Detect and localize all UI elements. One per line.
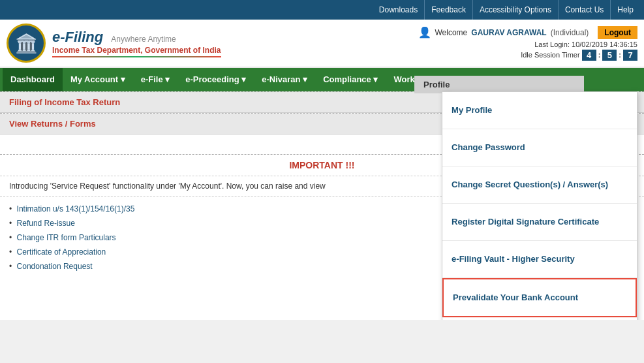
- top-utility-bar: Downloads Feedback Accessibility Options…: [0, 0, 644, 20]
- last-login-label: Last Login:: [534, 40, 570, 48]
- menu-prevalidate-demat[interactable]: Prevalidate Your Demat Account: [442, 317, 637, 320]
- brand-text: e-Filing Anywhere Anytime Income Tax Dep…: [52, 29, 221, 57]
- user-icon: 👤: [418, 26, 431, 39]
- bullet5: •: [9, 262, 12, 271]
- nav-my-account[interactable]: My Account ▾: [63, 68, 133, 91]
- brand-subtitle: Income Tax Department, Government of Ind…: [52, 46, 221, 55]
- welcome-label: Welcome: [435, 28, 468, 37]
- feedback-link[interactable]: Feedback: [425, 0, 473, 20]
- nav-compliance[interactable]: Compliance ▾: [315, 68, 386, 91]
- last-login-info: Last Login: 10/02/2019 14:36:15: [418, 40, 638, 48]
- important-text: IMPORTANT !!!: [289, 160, 354, 170]
- downloads-link[interactable]: Downloads: [373, 0, 425, 20]
- filing-section-title: Filing of Income Tax Return: [9, 97, 120, 107]
- menu-register-dsc[interactable]: Register Digital Signature Certificate: [442, 204, 637, 241]
- user-info: 👤 Welcome GAURAV AGRAWAL (Individual) Lo…: [418, 26, 638, 61]
- user-type: (Individual): [551, 28, 589, 37]
- site-header: 🏛️ e-Filing Anywhere Anytime Income Tax …: [0, 20, 644, 68]
- view-returns-title: View Returns / Forms: [9, 119, 96, 129]
- nav-dashboard[interactable]: Dashboard: [3, 68, 63, 91]
- last-login-value: 10/02/2019 14:36:15: [572, 40, 637, 48]
- menu-change-password[interactable]: Change Password: [442, 129, 637, 166]
- profile-dropdown-menu: My Profile Change Password Change Secret…: [442, 91, 637, 320]
- timer-hours: 4: [582, 50, 596, 61]
- bullet3: •: [9, 233, 12, 242]
- bullet1: •: [9, 204, 12, 213]
- logout-button[interactable]: Logout: [598, 26, 637, 39]
- profile-breadcrumb-label: Profile: [414, 76, 584, 93]
- nav-eproceeding[interactable]: e-Proceeding ▾: [177, 68, 254, 91]
- nav-efile[interactable]: e-File ▾: [133, 68, 178, 91]
- session-timer: Idle Session Timer 4 : 5 : 7: [418, 50, 638, 61]
- menu-my-profile[interactable]: My Profile: [442, 92, 637, 129]
- nav-enivaran[interactable]: e-Nivaran ▾: [254, 68, 315, 91]
- bullet4: •: [9, 247, 12, 257]
- menu-prevalidate-bank[interactable]: Prevalidate Your Bank Account: [442, 278, 637, 317]
- idle-label: Idle Session Timer: [521, 51, 579, 59]
- brand-underline: [52, 56, 221, 57]
- help-link[interactable]: Help: [611, 0, 640, 20]
- menu-efiling-vault[interactable]: e-Filing Vault - Higher Security: [442, 241, 637, 278]
- menu-change-secret-question[interactable]: Change Secret Question(s) / Answer(s): [442, 166, 637, 204]
- user-welcome-line: 👤 Welcome GAURAV AGRAWAL (Individual) Lo…: [418, 26, 638, 39]
- logo-area: 🏛️ e-Filing Anywhere Anytime Income Tax …: [7, 24, 221, 63]
- contact-link[interactable]: Contact Us: [559, 0, 611, 20]
- accessibility-link[interactable]: Accessibility Options: [473, 0, 559, 20]
- government-emblem: 🏛️: [7, 24, 46, 63]
- timer-minutes: 5: [602, 50, 617, 61]
- brand-title: e-Filing Anywhere Anytime: [52, 29, 221, 46]
- emblem-icon: 🏛️: [15, 33, 38, 54]
- bullet2: •: [9, 219, 12, 228]
- brand-tagline: Anywhere Anytime: [111, 35, 176, 44]
- timer-seconds: 7: [623, 50, 637, 61]
- brand-efiling: e-Filing: [52, 29, 103, 45]
- user-name: GAURAV AGRAWAL: [471, 28, 546, 37]
- timer-sep2: :: [619, 51, 621, 59]
- timer-sep1: :: [598, 51, 601, 59]
